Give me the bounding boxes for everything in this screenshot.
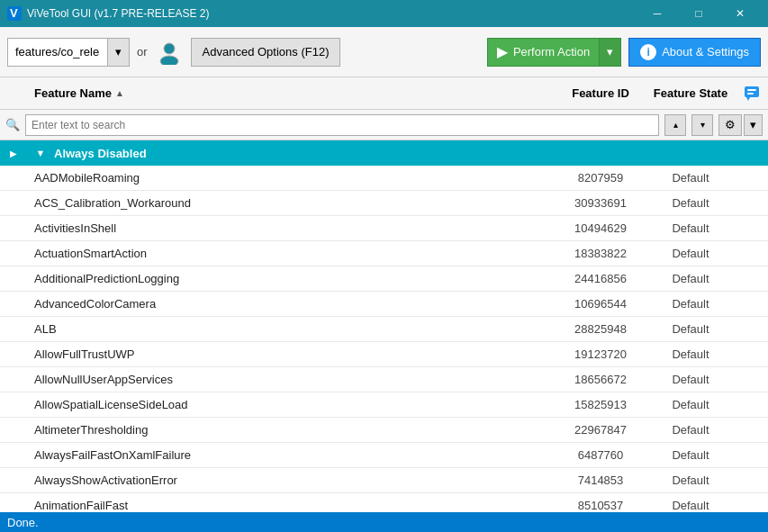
chevron-down-icon-settings: ▾ [750,118,756,131]
advanced-options-label: Advanced Options (F12) [203,45,330,59]
table-row[interactable]: ACS_Calibration_Workaround 30933691 Defa… [0,191,768,216]
row-feature-name: AllowSpatialLicenseSideLoad [27,398,556,411]
table-row[interactable]: AlwaysFailFastOnXamlFailure 6487760 Defa… [0,443,768,468]
row-feature-state: Default [646,221,736,235]
row-feature-state: Default [646,247,736,260]
row-feature-id: 18383822 [556,247,646,260]
group-label-always-disabled: Always Disabled [54,147,147,160]
table-row[interactable]: ActuationSmartAction 18383822 Default [0,241,768,266]
svg-rect-7 [747,93,754,95]
title-bar-text: ViVeTool GUI (v1.7 PRE-RELEASE 2) [27,7,637,20]
info-icon: i [640,44,656,60]
perform-action-label: Perform Action [513,45,590,59]
table-row[interactable]: AnimationFailFast 8510537 Default [0,493,768,512]
row-feature-state: Default [646,196,736,210]
chat-col-header [736,85,768,103]
row-feature-state: Default [646,322,736,336]
branch-dropdown-button[interactable]: ▾ [107,39,129,66]
table-row[interactable]: AltimeterThresholding 22967847 Default [0,418,768,443]
row-feature-id: 28825948 [556,322,646,336]
play-icon: ▶ [497,43,508,60]
status-text: Done. [7,516,39,529]
row-feature-id: 7414853 [556,473,646,487]
row-feature-id: 22967847 [556,423,646,437]
row-feature-id: 6487760 [556,448,646,462]
chat-icon [743,85,761,103]
table-row[interactable]: ActivitiesInShell 10494629 Default [0,216,768,241]
row-feature-name: ALB [27,322,556,336]
row-feature-id: 8510537 [556,499,646,512]
search-input[interactable] [25,114,659,136]
nav-down-button[interactable]: ▾ [691,114,713,136]
close-button[interactable]: ✕ [719,0,761,27]
table-row[interactable]: AdvancedColorCamera 10696544 Default [0,292,768,317]
row-feature-name: AllowNullUserAppServices [27,373,556,386]
about-settings-button[interactable]: i About & Settings [628,38,761,67]
perform-action-button[interactable]: ▶ Perform Action [488,39,599,66]
svg-rect-4 [745,86,759,97]
advanced-options-button[interactable]: Advanced Options (F12) [191,38,341,67]
svg-marker-5 [746,97,750,101]
settings-dropdown-button[interactable]: ▾ [744,114,763,136]
toolbar: ▾ or Advanced Options (F12) ▶ Perform Ac… [0,27,768,77]
branch-selector[interactable]: ▾ [7,38,130,67]
chevron-down-icon-perform: ▾ [607,45,613,59]
table-row[interactable]: AllowFullTrustUWP 19123720 Default [0,342,768,367]
row-feature-id: 24416856 [556,272,646,285]
row-feature-id: 30933691 [556,196,646,210]
table-row[interactable]: AlwaysShowActivationError 7414853 Defaul… [0,468,768,493]
group-header-always-disabled[interactable]: ▶ ▼ Always Disabled [0,140,768,166]
table-header: Feature Name ▲ Feature ID Feature State [0,77,768,110]
table-row[interactable]: AllowSpatialLicenseSideLoad 15825913 Def… [0,392,768,418]
row-feature-id: 15825913 [556,398,646,411]
about-settings-label: About & Settings [662,45,749,59]
nav-up-button[interactable]: ▴ [664,114,686,136]
table-row[interactable]: AdditionalPredictionLogging 24416856 Def… [0,266,768,292]
row-feature-state: Default [646,272,736,285]
svg-text:V: V [10,7,18,20]
row-feature-name: AlwaysShowActivationError [27,473,556,487]
feature-state-header[interactable]: Feature State [646,86,736,100]
table-scroll[interactable]: ▶ ▼ Always Disabled AADMobileRoaming 820… [0,140,768,512]
search-icon: 🔍 [5,118,20,131]
table-row[interactable]: AllowNullUserAppServices 18656672 Defaul… [0,367,768,392]
branch-input[interactable] [8,39,107,66]
table-row[interactable]: ALB 28825948 Default [0,317,768,342]
row-feature-id: 10494629 [556,221,646,235]
settings-btn-group: ⚙ ▾ [718,114,763,136]
sort-arrow-icon: ▲ [115,88,124,98]
svg-rect-6 [747,89,756,91]
row-feature-state: Default [646,171,736,185]
chevron-down-icon: ▾ [115,45,122,59]
perform-action-dropdown-button[interactable]: ▾ [599,39,620,66]
row-feature-state: Default [646,499,736,512]
row-feature-state: Default [646,373,736,386]
maximize-button[interactable]: □ [678,0,719,27]
row-feature-state: Default [646,448,736,462]
table-row[interactable]: AADMobileRoaming 8207959 Default [0,166,768,191]
svg-point-2 [164,43,175,54]
or-label: or [137,45,148,59]
title-bar-controls: ─ □ ✕ [637,0,761,27]
feature-name-header[interactable]: Feature Name ▲ [27,86,556,100]
minimize-button[interactable]: ─ [637,0,678,27]
settings-button[interactable]: ⚙ [718,114,742,136]
row-feature-name: AADMobileRoaming [27,171,556,185]
feature-id-header[interactable]: Feature ID [556,86,646,100]
row-feature-id: 8207959 [556,171,646,185]
group-expand-cell: ▶ [0,149,27,158]
row-feature-id: 10696544 [556,297,646,311]
app-icon: V [7,6,22,21]
collapse-icon: ▼ [36,148,46,158]
row-feature-state: Default [646,398,736,411]
user-icon-button[interactable] [155,38,184,67]
title-bar: V ViVeTool GUI (v1.7 PRE-RELEASE 2) ─ □ … [0,0,768,27]
status-bar: Done. [0,512,768,532]
rows-container: AADMobileRoaming 8207959 Default ACS_Cal… [0,166,768,512]
row-feature-name: ActivitiesInShell [27,221,556,235]
row-feature-name: AdvancedColorCamera [27,297,556,311]
row-feature-name: ACS_Calibration_Workaround [27,196,556,210]
row-feature-id: 18656672 [556,373,646,386]
row-feature-id: 19123720 [556,347,646,361]
search-bar: 🔍 ▴ ▾ ⚙ ▾ [0,110,768,140]
